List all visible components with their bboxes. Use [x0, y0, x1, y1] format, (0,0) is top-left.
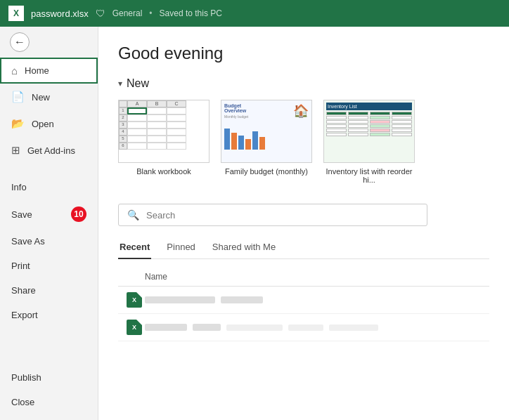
- greeting: Good evening: [118, 44, 489, 63]
- inv-row-1: [326, 112, 412, 115]
- sidebar-item-label-close: Close: [11, 397, 34, 407]
- budget-bar-2: [231, 133, 237, 150]
- template-inventory[interactable]: Inventory List: [323, 100, 415, 184]
- inv-row-3: [326, 120, 412, 124]
- sidebar-item-info[interactable]: Info: [0, 175, 98, 199]
- content-area: Good evening ▾ New A B C: [98, 27, 509, 420]
- template-thumb-family-budget: BudgetOverview Monthly budget 🏠: [221, 100, 312, 163]
- templates-row: A B C 1 2: [118, 100, 489, 184]
- inv-header: Inventory List: [326, 103, 412, 110]
- sidebar-item-label-home: Home: [25, 65, 49, 76]
- budget-bar-5: [252, 131, 258, 150]
- sidebar-item-export[interactable]: Export: [0, 303, 98, 327]
- file-icon-1: X: [124, 292, 145, 308]
- home-icon: ⌂: [11, 65, 18, 77]
- inv-row-6: [326, 133, 412, 136]
- template-label-inventory: Inventory list with reorder hi...: [323, 167, 415, 184]
- sidebar-item-label-print: Print: [11, 261, 30, 271]
- sidebar-item-label-save: Save: [11, 209, 32, 220]
- file-name-area-1: [145, 296, 484, 303]
- sidebar-item-label-new: New: [32, 92, 50, 103]
- tabs-row: Recent Pinned Shared with Me: [118, 237, 489, 259]
- sidebar-item-label-open: Open: [32, 119, 54, 129]
- budget-bar-3: [238, 136, 244, 150]
- inv-row-5: [326, 129, 412, 132]
- sidebar-item-open[interactable]: 📂 Open: [0, 110, 98, 137]
- file-name-col-header: Name: [145, 272, 484, 282]
- file-row-2[interactable]: X: [118, 314, 489, 341]
- separator: •: [149, 8, 152, 18]
- saved-label: Saved to this PC: [160, 8, 222, 18]
- filename: password.xlsx: [31, 8, 89, 19]
- sidebar-item-new[interactable]: 📄 New: [0, 84, 98, 110]
- blur-name-6: [288, 324, 323, 331]
- search-bar[interactable]: 🔍: [118, 204, 427, 226]
- sidebar-item-label-addins: Get Add-ins: [27, 145, 75, 156]
- house-icon: 🏠: [293, 103, 309, 119]
- sidebar-top: ⌂ Home 📄 New 📂 Open ⊞ Get Add-ins Info: [0, 58, 98, 365]
- new-doc-icon: 📄: [11, 91, 25, 103]
- sidebar-item-publish[interactable]: Publish: [0, 365, 98, 390]
- sidebar-item-print[interactable]: Print: [0, 254, 98, 278]
- app-logo: X: [8, 6, 24, 21]
- sidebar-item-label-info: Info: [11, 182, 27, 192]
- template-thumb-blank: A B C 1 2: [118, 100, 210, 163]
- sidebar-item-label-export: Export: [11, 310, 38, 320]
- open-icon: 📂: [11, 117, 25, 130]
- budget-chart: [224, 122, 309, 150]
- blur-name-1: [145, 296, 215, 303]
- budget-bar-6: [259, 137, 265, 150]
- tab-pinned[interactable]: Pinned: [165, 237, 196, 259]
- sidebar-item-label-save-as: Save As: [11, 236, 45, 247]
- template-thumb-inventory: Inventory List: [323, 100, 415, 163]
- search-icon: 🔍: [127, 209, 139, 221]
- back-button[interactable]: ←: [10, 32, 30, 52]
- file-name-blurred-2: [145, 324, 484, 331]
- file-row[interactable]: X: [118, 287, 489, 314]
- sidebar-item-get-addins[interactable]: ⊞ Get Add-ins: [0, 137, 98, 164]
- sidebar-item-label-share: Share: [11, 285, 36, 296]
- blur-name-7: [329, 324, 378, 331]
- main-layout: ← ⌂ Home 📄 New 📂 Open ⊞ Get Add-ins Info: [0, 27, 509, 420]
- excel-icon-2: X: [127, 320, 142, 335]
- search-input[interactable]: [146, 210, 418, 221]
- blur-name-5: [226, 324, 283, 331]
- file-name-area-2: [145, 324, 484, 331]
- template-blank[interactable]: A B C 1 2: [118, 100, 210, 184]
- sidebar: ← ⌂ Home 📄 New 📂 Open ⊞ Get Add-ins Info: [0, 27, 98, 420]
- file-name-blurred-1: [145, 296, 484, 303]
- file-icon-2: X: [124, 320, 145, 335]
- new-section-header[interactable]: ▾ New: [118, 77, 489, 90]
- addins-icon: ⊞: [11, 144, 20, 157]
- inv-row-4: [326, 124, 412, 128]
- template-family-budget[interactable]: BudgetOverview Monthly budget 🏠: [221, 100, 312, 184]
- sidebar-item-save-as[interactable]: Save As: [0, 229, 98, 254]
- search-container: 🔍: [118, 204, 489, 226]
- sidebar-item-save[interactable]: Save 10: [0, 199, 98, 229]
- inv-row-2: [326, 116, 412, 119]
- tab-shared[interactable]: Shared with Me: [211, 237, 277, 259]
- blur-name-3: [145, 324, 187, 331]
- budget-bar-4: [245, 139, 251, 150]
- save-badge: 10: [71, 206, 86, 222]
- sidebar-item-label-publish: Publish: [11, 372, 41, 383]
- sidebar-item-close[interactable]: Close: [0, 390, 98, 414]
- title-bar: X password.xlsx 🛡 General • Saved to thi…: [0, 0, 509, 27]
- excel-icon-1: X: [127, 292, 142, 308]
- general-label: General: [112, 8, 143, 18]
- budget-bar-1: [224, 129, 230, 150]
- blur-name-4: [193, 324, 221, 331]
- back-button-container: ←: [0, 27, 98, 58]
- sidebar-item-home[interactable]: ⌂ Home: [0, 58, 98, 84]
- sidebar-item-share[interactable]: Share: [0, 278, 98, 303]
- template-label-family-budget: Family budget (monthly): [225, 167, 308, 176]
- template-label-blank: Blank workbook: [136, 167, 191, 176]
- blur-name-2: [221, 296, 263, 303]
- shield-icon: 🛡: [96, 8, 105, 19]
- tab-recent[interactable]: Recent: [118, 237, 151, 259]
- file-list-header: Name: [118, 268, 489, 287]
- sidebar-bottom: Publish Close: [0, 365, 98, 420]
- new-section-title: New: [127, 77, 149, 90]
- chevron-down-icon: ▾: [118, 79, 122, 88]
